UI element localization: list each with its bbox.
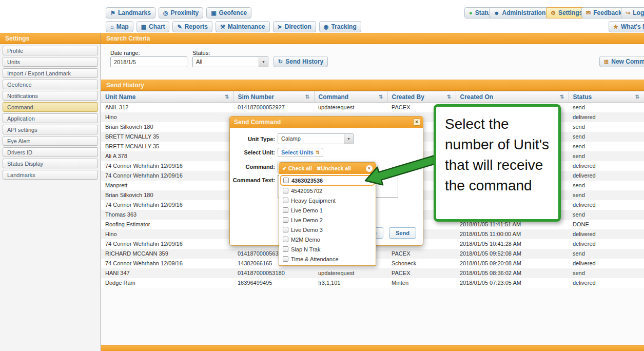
sort-icon[interactable]: ⇅ [225,94,229,100]
send-history-button[interactable]: ↻Send History [274,56,328,67]
landmarks-button[interactable]: ⚑Landmarks [106,7,155,18]
close-icon[interactable]: × [413,119,420,126]
command-text-label: Command Text: [230,177,275,183]
cell-status: send [569,142,644,151]
sort-icon[interactable]: ⇅ [447,94,451,100]
search-panel: Date range: Status: All ▼ ↻Send History … [101,44,644,80]
sort-icon[interactable]: ⇅ [379,94,383,100]
new-command-icon: ⊞ [604,59,609,65]
cell-unit-name: ANIL 312 [101,103,233,112]
sidebar-item[interactable]: Command [3,102,98,112]
sidebar-item[interactable]: Units [3,57,98,67]
footer-bar [101,345,644,351]
checkbox-icon[interactable] [283,207,288,213]
logout-button[interactable]: ↪Logout [621,7,644,18]
status-filter-select[interactable]: All ▼ [192,56,268,67]
send-button[interactable]: Send [389,227,416,239]
checkbox-icon[interactable] [283,178,289,183]
checkbox-icon[interactable] [283,246,288,252]
cell-unit-name: BRETT MCNALLY 35 [101,142,233,151]
user-icon: ☻ [494,10,500,16]
sidebar-item[interactable]: Geofence [3,80,98,89]
modal-title-bar[interactable]: Send Command × [230,116,423,128]
table-row: HANI 347 014187000053180 updaterequest P… [101,268,644,278]
check-icon: ✔ [282,165,287,171]
unit-option[interactable]: 4542095702 [279,186,376,196]
sidebar-item-label: Notifications [7,93,38,99]
sidebar-item-label: Eye Alert [7,138,30,144]
sidebar-item-label: Drivers ID [7,149,32,155]
dropdown-close-icon[interactable]: × [366,165,373,172]
sidebar-item[interactable]: API settings [3,125,98,134]
unit-option[interactable]: M2M Demo [279,235,376,244]
unit-type-select[interactable]: Calamp ▼ [278,133,354,144]
cell-sim-number: 16396499495 [233,278,314,288]
sidebar-item[interactable]: Drivers ID [3,147,98,157]
sidebar-item[interactable]: Notifications [3,91,98,101]
select-units-widget[interactable]: Select Units ⇅ [278,148,323,157]
sort-icon[interactable]: ⇅ [305,94,309,100]
unit-option[interactable]: 4363023536 [280,175,375,186]
sidebar-item-label: Units [7,59,20,65]
search-criteria-header: Search Criteria [101,33,644,44]
unit-option[interactable]: Live Demo 1 [279,205,376,215]
sidebar-item[interactable]: Landmarks [3,170,98,180]
tab-chart[interactable]: ▦Chart [136,21,170,32]
checkbox-icon[interactable] [283,237,288,242]
cell-unit-name: Roofing Estimator [101,220,233,229]
cell-status: delivered [569,112,644,122]
column-header-unit-name[interactable]: Unit Name⇅ [101,91,233,103]
whats-new-button[interactable]: ★What's New [609,21,644,32]
cell-status: send [569,210,644,220]
uncheck-all-button[interactable]: ✖Uncheck all [317,165,351,171]
command-label: Command: [230,164,275,170]
wrench-icon: ⚒ [220,24,225,30]
column-header-command[interactable]: Command⇅ [314,91,387,103]
geofence-button[interactable]: ▣Geofence [206,7,251,18]
tab-maintenance[interactable]: ⚒Maintenance [216,21,270,32]
cell-created-by: PACEX [387,249,456,259]
history-icon: ↻ [278,59,283,65]
unit-option[interactable]: Heavy Equipment [279,196,376,205]
checkbox-icon[interactable] [283,198,288,203]
sidebar-item[interactable]: Eye Alert [3,136,98,146]
proximity-button[interactable]: ◎Proximity [159,7,203,18]
unit-option[interactable]: Live Demo 2 [279,215,376,225]
checkbox-icon[interactable] [283,217,288,223]
sidebar-header: Settings [0,33,101,44]
unit-option[interactable]: Live Demo 3 [279,225,376,235]
tab-reports[interactable]: ✎Reports [172,21,212,32]
cell-status: send [569,249,644,259]
administration-button[interactable]: ☻Administration [489,7,550,18]
feedback-button[interactable]: ✉Feedback [581,7,627,18]
checkbox-icon[interactable] [283,256,288,262]
cell-status: send [569,122,644,132]
new-command-button[interactable]: ⊞New Command [599,56,644,67]
unit-option[interactable]: Time & Attendance [279,254,376,264]
cell-status: send [569,103,644,112]
checkbox-icon[interactable] [283,227,288,232]
column-header-created-by[interactable]: Created By⇅ [387,91,456,103]
sidebar-item[interactable]: Profile [3,46,98,55]
check-all-button[interactable]: ✔ Check all [282,165,312,171]
tab-direction[interactable]: ➤Direction [273,21,316,32]
column-header-status[interactable]: Status⇅ [569,91,644,103]
cell-created-on: 2018/01/05 08:36:02 AM [456,268,569,278]
geofence-icon: ▣ [211,10,216,16]
sidebar-item[interactable]: Import / Export Landmark [3,68,98,78]
unit-option[interactable]: Slap N Trak [279,244,376,254]
cell-status: delivered [569,239,644,249]
checkbox-icon[interactable] [283,188,288,193]
sort-icon[interactable]: ⇅ [635,94,639,100]
tab-map[interactable]: ⌂Map [106,21,133,32]
sort-icon[interactable]: ⇅ [560,94,564,100]
column-header-sim-number[interactable]: Sim Number⇅ [233,91,314,103]
sidebar-item[interactable]: Status Display [3,159,98,168]
tab-tracking[interactable]: ◉Tracking [319,21,361,32]
table-header-row: Unit Name⇅ Sim Number⇅ Command⇅ Created … [101,91,644,103]
date-range-input[interactable] [110,56,187,67]
column-header-created-on[interactable]: Created On⇅ [456,91,569,103]
unit-type-label: Unit Type: [230,136,275,142]
cell-unit-name: Hino [101,229,233,239]
sidebar-item[interactable]: Application [3,113,98,123]
